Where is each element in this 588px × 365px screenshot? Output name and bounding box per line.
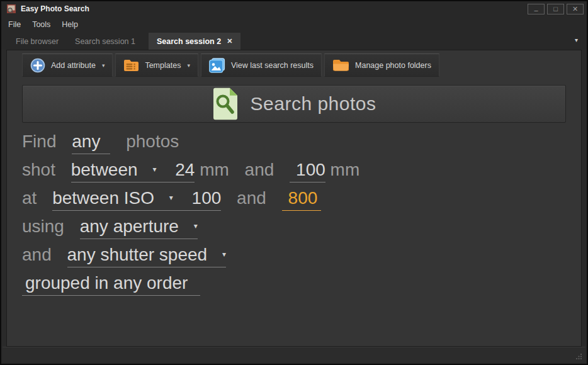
- iso-operator-dropdown[interactable]: between ISO ▾ 100: [52, 188, 221, 211]
- iso-prefix-label: at: [22, 188, 37, 208]
- toolbar: Add attribute ▾ Templates ▾: [22, 53, 581, 77]
- dropdown-caret-icon: ▾: [194, 222, 198, 230]
- focal-to-field[interactable]: 100: [290, 160, 325, 182]
- window-title: Easy Photo Search: [21, 4, 525, 13]
- title-bar: Easy Photo Search – □ ✕: [1, 1, 587, 16]
- menu-file[interactable]: File: [3, 18, 26, 31]
- dropdown-caret-icon: ▾: [169, 193, 173, 202]
- query-builder: Find any photos shot between ▾ 24 mm and…: [22, 132, 581, 296]
- view-last-search-results-button[interactable]: View last search results: [201, 53, 322, 77]
- iso-conjunction-label: and: [237, 188, 266, 208]
- tab-search-session-1[interactable]: Search session 1: [67, 33, 144, 50]
- search-photos-label: Search photos: [251, 93, 376, 115]
- query-row-shutter: and any shutter speed ▾: [22, 245, 581, 267]
- grouping-dropdown[interactable]: grouped in any order: [22, 273, 200, 296]
- query-row-aperture: using any aperture ▾: [22, 216, 581, 239]
- query-row-iso: at between ISO ▾ 100 and 800: [22, 188, 581, 211]
- search-photos-button[interactable]: Search photos: [22, 85, 566, 123]
- manage-photo-folders-button[interactable]: Manage photo folders: [324, 53, 439, 77]
- dropdown-caret-icon: ▾: [222, 250, 226, 259]
- focal-operator-dropdown[interactable]: between ▾ 24: [71, 160, 195, 182]
- dropdown-caret-icon: ▾: [152, 165, 156, 174]
- resize-grip[interactable]: [575, 353, 582, 360]
- add-attribute-button[interactable]: Add attribute ▾: [22, 53, 113, 77]
- menu-tools[interactable]: Tools: [26, 18, 56, 31]
- templates-button[interactable]: Templates ▾: [115, 53, 198, 77]
- query-row-focal-length: shot between ▾ 24 mm and 100 mm: [22, 160, 581, 182]
- status-bar: [3, 347, 585, 362]
- dropdown-caret-icon: ▾: [102, 62, 105, 69]
- find-suffix-label: photos: [126, 132, 179, 152]
- tab-file-browser[interactable]: File browser: [8, 33, 67, 50]
- aperture-prefix-label: using: [22, 216, 64, 237]
- app-icon: [7, 4, 16, 13]
- maximize-button[interactable]: □: [547, 4, 564, 14]
- quantity-field[interactable]: any: [72, 132, 110, 154]
- photos-stack-icon: [209, 58, 225, 73]
- query-row-grouping: grouped in any order: [22, 273, 581, 296]
- folder-icon: [332, 59, 349, 72]
- shutter-prefix-label: and: [22, 245, 52, 265]
- templates-folder-icon: [123, 59, 139, 72]
- find-prefix-label: Find: [22, 132, 56, 152]
- iso-to-field[interactable]: 800: [282, 188, 322, 211]
- query-row-find: Find any photos: [22, 132, 581, 154]
- search-document-icon: [212, 87, 238, 120]
- tab-overflow-caret-icon[interactable]: ▾: [575, 36, 578, 43]
- search-session-panel: Add attribute ▾ Templates ▾: [6, 50, 582, 347]
- tab-strip: File browser Search session 1 Search ses…: [1, 33, 587, 50]
- focal-to-unit-label: mm: [331, 160, 360, 180]
- plus-circle-icon: [30, 58, 45, 73]
- menu-bar: File Tools Help: [1, 16, 587, 33]
- tab-close-icon[interactable]: ✕: [227, 37, 232, 45]
- app-window: Easy Photo Search – □ ✕ File Tools Help …: [0, 0, 588, 365]
- aperture-dropdown[interactable]: any aperture ▾: [80, 216, 198, 239]
- focal-conjunction-label: and: [245, 160, 274, 180]
- minimize-button[interactable]: –: [528, 4, 545, 14]
- iso-from-field[interactable]: 100: [192, 188, 222, 208]
- focal-from-unit-label: mm: [200, 160, 229, 180]
- tab-search-session-2[interactable]: Search session 2 ✕: [149, 33, 240, 50]
- menu-help[interactable]: Help: [56, 18, 84, 31]
- focal-prefix-label: shot: [22, 160, 55, 180]
- shutter-dropdown[interactable]: any shutter speed ▾: [67, 245, 226, 267]
- close-button[interactable]: ✕: [567, 4, 584, 14]
- dropdown-caret-icon: ▾: [187, 62, 190, 69]
- focal-from-field[interactable]: 24: [175, 160, 195, 179]
